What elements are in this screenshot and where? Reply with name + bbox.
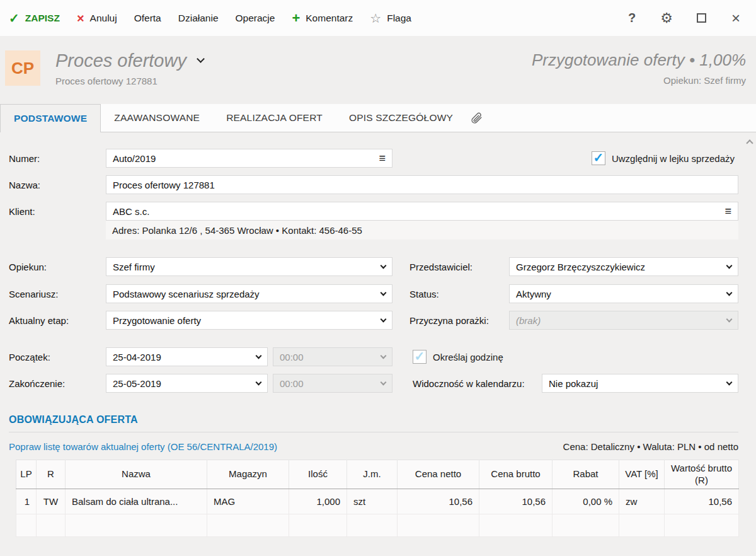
col-cena-brutto[interactable]: Cena brutto <box>479 460 553 489</box>
menu-operacje[interactable]: Operacje <box>236 13 275 24</box>
nazwa-input[interactable]: Proces ofertowy 127881 <box>106 175 738 194</box>
col-r[interactable]: R <box>37 460 66 489</box>
star-icon: ☆ <box>370 12 381 25</box>
close-button[interactable]: × <box>727 9 745 27</box>
edit-offer-items-link[interactable]: Popraw listę towarów aktualnej oferty (O… <box>9 441 277 452</box>
flag-button[interactable]: ☆ Flaga <box>370 12 411 25</box>
poczatek-label: Początek: <box>9 352 106 362</box>
menu-operacje-label: Operacje <box>236 13 275 24</box>
col-cena-netto[interactable]: Cena netto <box>398 460 479 489</box>
cell-ilosc <box>289 514 347 537</box>
status-value: Aktywny <box>516 289 551 299</box>
save-button[interactable]: ✓ ZAPISZ <box>9 12 60 25</box>
record-type-badge: CP <box>5 50 40 86</box>
cell-vat: zw <box>619 489 665 514</box>
numer-value: Auto/2019 <box>113 153 156 164</box>
col-lp[interactable]: LP <box>16 460 37 489</box>
chevron-down-icon[interactable] <box>197 55 205 63</box>
kalendarz-label: Widoczność w kalendarzu: <box>413 378 542 389</box>
page-title: Proces ofertowy <box>55 50 186 71</box>
maximize-button[interactable] <box>692 13 710 23</box>
chevron-down-icon <box>256 352 262 359</box>
cell-cena-netto: 10,56 <box>398 489 479 514</box>
table-header-row: LP R Nazwa Magazyn Ilość J.m. Cena netto… <box>16 460 739 489</box>
numer-menu-icon[interactable]: ≡ <box>379 152 386 165</box>
cell-magazyn <box>207 514 289 537</box>
poczatek-date-select[interactable]: 25-04-2019 <box>106 347 268 366</box>
cell-lp: 1 <box>16 489 37 514</box>
klient-value: ABC s.c. <box>113 206 149 217</box>
nazwa-value: Proces ofertowy 127881 <box>113 180 215 190</box>
table-row[interactable]: 1 TW Balsam do ciała ultrana... MAG 1,00… <box>16 489 739 514</box>
status-label: Status: <box>410 289 509 299</box>
settings-gear-icon[interactable]: ⚙ <box>658 10 675 26</box>
cell-r <box>37 514 66 537</box>
tab-realizacja-ofert[interactable]: REALIZACJA OFERT <box>213 104 336 132</box>
tab-zaawansowane[interactable]: ZAAWANSOWANE <box>101 104 213 132</box>
table-row-empty[interactable] <box>16 514 739 537</box>
przedstawiciel-select[interactable]: Grzegorz Brzęczyszczykiewicz <box>509 257 738 276</box>
numer-input[interactable]: Auto/2019 ≡ <box>106 149 392 168</box>
add-comment-button[interactable]: + Komentarz <box>292 11 353 25</box>
chevron-down-icon <box>381 289 387 296</box>
opiekun-value: Szef firmy <box>113 262 155 272</box>
klient-label: Klient: <box>9 206 106 217</box>
zakonczenie-date-value: 25-05-2019 <box>113 378 161 389</box>
godzina-checkbox[interactable]: ✓ <box>413 350 427 364</box>
chevron-down-icon <box>381 352 387 359</box>
cell-cena-netto <box>398 514 479 537</box>
cancel-button[interactable]: × Anuluj <box>77 12 117 25</box>
cell-nazwa <box>66 514 207 537</box>
zakonczenie-time-value: 00:00 <box>280 378 304 389</box>
etap-value: Przygotowanie oferty <box>113 315 201 326</box>
tab-content-podstawowe: Numer: Auto/2019 ≡ ✓ Uwzględnij w lejku … <box>0 132 756 556</box>
offer-items-table: LP R Nazwa Magazyn Ilość J.m. Cena netto… <box>16 460 739 537</box>
opiekun-select[interactable]: Szef firmy <box>106 257 392 276</box>
cell-magazyn: MAG <box>207 489 289 514</box>
col-nazwa[interactable]: Nazwa <box>66 460 207 489</box>
scenariusz-select[interactable]: Podstawowy scenariusz sprzedaży <box>106 284 392 303</box>
cell-nazwa: Balsam do ciała ultrana... <box>66 489 207 514</box>
kalendarz-select[interactable]: Nie pokazuj <box>542 374 738 393</box>
col-vat[interactable]: VAT [%] <box>619 460 665 489</box>
zakonczenie-label: Zakończenie: <box>9 378 106 389</box>
status-select[interactable]: Aktywny <box>509 284 738 303</box>
cell-cena-brutto <box>479 514 553 537</box>
zakonczenie-date-select[interactable]: 25-05-2019 <box>106 374 268 393</box>
cell-rabat: 0,00 % <box>553 489 619 514</box>
col-ilosc[interactable]: Ilość <box>289 460 347 489</box>
klient-address-details: Adres: Polanka 12/6 , 54-365 Wrocław • K… <box>106 221 738 240</box>
menu-oferta-label: Oferta <box>134 13 161 24</box>
opiekun-label: Opiekun: <box>9 262 106 272</box>
etap-select[interactable]: Przygotowanie oferty <box>106 311 392 330</box>
cell-rabat <box>553 514 619 537</box>
chevron-down-icon <box>726 379 733 385</box>
scroll-up-icon <box>746 139 753 146</box>
tab-podstawowe[interactable]: PODSTAWOWE <box>0 104 101 132</box>
menu-dzialanie[interactable]: Działanie <box>178 13 219 24</box>
przedstawiciel-label: Przedstawiciel: <box>410 262 509 272</box>
lejek-checkbox-label: Uwzględnij w lejku sprzedaży <box>612 153 735 164</box>
record-header: CP Proces ofertowy Proces ofertowy 12788… <box>0 36 756 104</box>
tab-bar: PODSTAWOWE ZAAWANSOWANE REALIZACJA OFERT… <box>0 104 756 132</box>
poczatek-time-select: 00:00 <box>273 347 392 366</box>
chevron-down-icon <box>726 262 733 269</box>
chevron-down-icon <box>381 262 387 269</box>
col-wartosc-brutto[interactable]: Wartość brutto (R) <box>665 460 739 489</box>
menu-oferta[interactable]: Oferta <box>134 13 161 24</box>
section-heading-obowiazujaca-oferta: OBOWIĄZUJĄCA OFERTA <box>9 414 738 426</box>
numer-label: Numer: <box>9 153 106 164</box>
klient-menu-icon[interactable]: ≡ <box>724 205 731 218</box>
porazka-label: Przyczyna porażki: <box>410 315 509 326</box>
cell-wartosc-brutto <box>665 514 739 537</box>
col-rabat[interactable]: Rabat <box>553 460 619 489</box>
col-jm[interactable]: J.m. <box>347 460 398 489</box>
attachments-button[interactable] <box>466 104 486 132</box>
cell-jm <box>347 514 398 537</box>
col-magazyn[interactable]: Magazyn <box>207 460 289 489</box>
tab-opis-szczegolowy[interactable]: OPIS SZCZEGÓŁOWY <box>336 104 466 132</box>
lejek-checkbox[interactable]: ✓ <box>592 151 605 165</box>
klient-input[interactable]: ABC s.c. ≡ <box>106 202 738 221</box>
help-button[interactable]: ? <box>623 11 641 25</box>
vertical-scrollbar[interactable] <box>745 134 755 554</box>
